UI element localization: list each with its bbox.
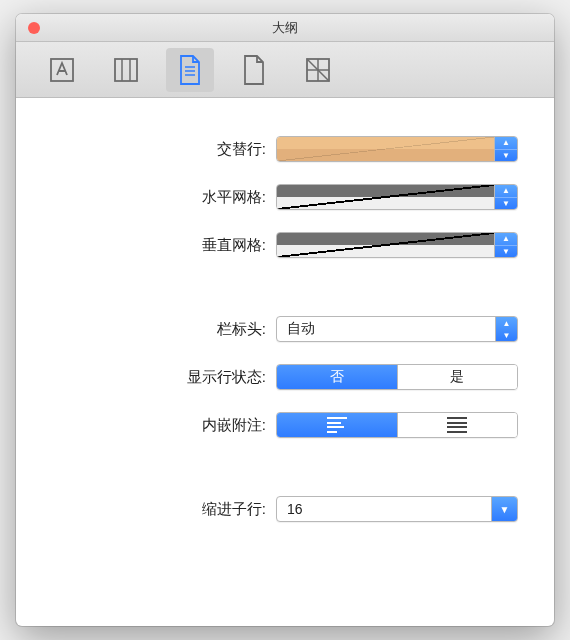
seg-option-no[interactable]: 否 [277, 365, 398, 389]
color-stepper[interactable]: ▲ ▼ [495, 185, 517, 209]
row-horizontal-grid: 水平网格: ▲ ▼ [52, 182, 518, 212]
traffic-lights [28, 22, 40, 34]
color-stepper[interactable]: ▲ ▼ [495, 233, 517, 257]
chevron-down-icon: ▼ [502, 199, 510, 208]
seg-option-full-lines[interactable] [398, 413, 518, 437]
swatch-grey-v [277, 233, 495, 257]
label-vertical-grid: 垂直网格: [52, 236, 276, 255]
color-well-horizontal[interactable]: ▲ ▼ [276, 184, 518, 210]
chevron-up-icon: ▲ [502, 234, 510, 243]
text-style-icon [49, 57, 75, 83]
tab-document[interactable] [166, 48, 214, 92]
toolbar [16, 42, 554, 98]
chevron-down-icon: ▼ [502, 151, 510, 160]
svg-line-11 [318, 70, 329, 81]
swatch-tan [277, 137, 495, 161]
select-value: 自动 [277, 320, 495, 338]
tab-page[interactable] [230, 48, 278, 92]
label-indent-child: 缩进子行: [52, 500, 276, 519]
spacer [52, 278, 518, 296]
seg-option-mixed-lines[interactable] [277, 413, 398, 437]
form-content: 交替行: ▲ ▼ 水平网格: ▲ ▼ [16, 98, 554, 626]
close-button[interactable] [28, 22, 40, 34]
label-horizontal-grid: 水平网格: [52, 188, 276, 207]
row-vertical-grid: 垂直网格: ▲ ▼ [52, 230, 518, 260]
select-arrow: ▲ ▼ [495, 317, 517, 341]
combo-arrow: ▼ [491, 497, 517, 521]
diagonal-icon [305, 57, 331, 83]
mixed-lines-icon [327, 417, 347, 433]
select-column-header[interactable]: 自动 ▲ ▼ [276, 316, 518, 342]
chevron-up-icon: ▲ [503, 319, 511, 328]
chevron-up-icon: ▲ [502, 186, 510, 195]
chevron-down-icon: ▼ [502, 247, 510, 256]
page-icon [242, 55, 266, 85]
row-inline-notes: 内嵌附注: [52, 410, 518, 440]
color-well-alternating[interactable]: ▲ ▼ [276, 136, 518, 162]
full-lines-icon [447, 417, 467, 433]
combo-indent-child[interactable]: 16 ▼ [276, 496, 518, 522]
columns-icon [113, 57, 139, 83]
svg-line-10 [307, 59, 318, 70]
segmented-inline-notes [276, 412, 518, 438]
color-stepper[interactable]: ▲ ▼ [495, 137, 517, 161]
window-title: 大纲 [272, 19, 298, 37]
row-column-header: 栏标头: 自动 ▲ ▼ [52, 314, 518, 344]
inspector-window: 大纲 [16, 14, 554, 626]
label-column-header: 栏标头: [52, 320, 276, 339]
color-well-vertical[interactable]: ▲ ▼ [276, 232, 518, 258]
seg-option-yes[interactable]: 是 [398, 365, 518, 389]
chevron-down-icon: ▼ [503, 331, 511, 340]
row-indent-child: 缩进子行: 16 ▼ [52, 494, 518, 524]
titlebar[interactable]: 大纲 [16, 14, 554, 42]
chevron-up-icon: ▲ [502, 138, 510, 147]
label-show-row-status: 显示行状态: [52, 368, 276, 387]
tab-columns[interactable] [102, 48, 150, 92]
svg-rect-1 [115, 59, 137, 81]
row-alternating: 交替行: ▲ ▼ [52, 134, 518, 164]
label-inline-notes: 内嵌附注: [52, 416, 276, 435]
row-show-status: 显示行状态: 否 是 [52, 362, 518, 392]
chevron-down-icon: ▼ [500, 504, 510, 515]
label-alternating-rows: 交替行: [52, 140, 276, 159]
spacer [52, 458, 518, 476]
swatch-grey-h [277, 185, 495, 209]
combo-value: 16 [277, 497, 491, 521]
tab-text[interactable] [38, 48, 86, 92]
tab-diagonal[interactable] [294, 48, 342, 92]
document-icon [178, 55, 202, 85]
segmented-show-row-status: 否 是 [276, 364, 518, 390]
